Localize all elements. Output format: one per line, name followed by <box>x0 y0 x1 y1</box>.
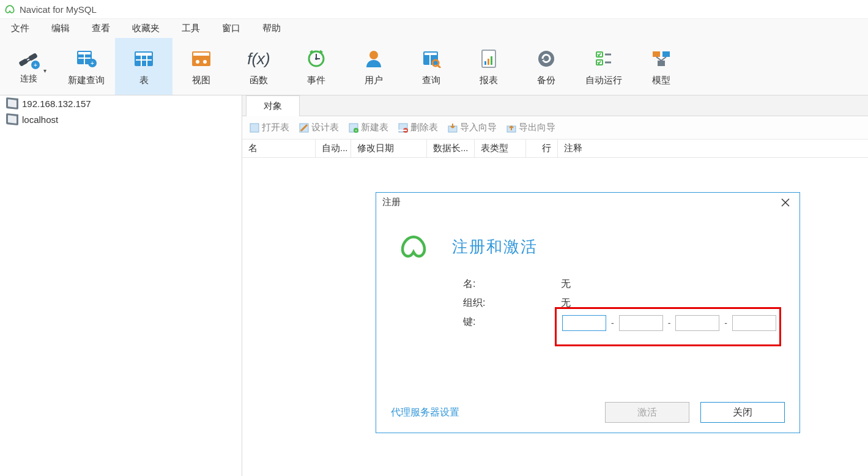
toolbar-connect-button[interactable]: + ▾ 连接 <box>0 38 57 95</box>
menu-edit[interactable]: 编辑 <box>40 19 81 38</box>
toolbar-query-button[interactable]: 查询 <box>402 38 460 95</box>
navicat-logo-icon <box>397 230 430 263</box>
svg-rect-42 <box>662 51 670 57</box>
export-wizard-button[interactable]: 导出向导 <box>503 119 559 136</box>
col-rows[interactable]: 行 <box>526 139 558 157</box>
col-auto[interactable]: 自动... <box>316 139 351 157</box>
import-wizard-button[interactable]: 导入向导 <box>444 119 500 136</box>
toolbar-autorun-button[interactable]: 自动运行 <box>575 38 632 95</box>
connection-sidebar: 192.168.132.157 localhost <box>0 95 242 476</box>
toolbar-connect-label: 连接 <box>20 73 37 84</box>
key-input-4[interactable] <box>732 315 776 331</box>
toolbar-function-button[interactable]: f(x) 函数 <box>230 38 287 95</box>
col-data-len[interactable]: 数据长... <box>427 139 475 157</box>
col-name[interactable]: 名 <box>242 139 316 157</box>
plug-icon: + <box>15 49 43 70</box>
toolbar-table-button[interactable]: 表 <box>115 38 172 95</box>
connection-label: 192.168.132.157 <box>22 99 91 109</box>
new-query-icon: + <box>74 46 98 71</box>
toolbar-report-button[interactable]: 报表 <box>460 38 517 95</box>
tabs-bar: 对象 <box>242 95 868 116</box>
dialog-title-text: 注册 <box>382 196 401 208</box>
design-table-button[interactable]: 设计表 <box>295 119 343 136</box>
title-bar: Navicat for MySQL <box>0 0 868 18</box>
key-input-2[interactable] <box>619 315 663 331</box>
toolbar-new-query-label: 新建查询 <box>68 75 105 86</box>
name-label: 名: <box>463 278 561 291</box>
close-button[interactable]: 关闭 <box>700 402 785 423</box>
svg-rect-35 <box>491 56 492 65</box>
close-icon[interactable] <box>777 197 793 208</box>
user-icon <box>365 46 383 71</box>
chevron-down-icon: ▾ <box>43 67 46 74</box>
connection-icon <box>6 113 18 125</box>
toolbar-model-button[interactable]: 模型 <box>632 38 690 95</box>
export-wizard-label: 导出向导 <box>519 122 555 133</box>
toolbar-autorun-label: 自动运行 <box>585 75 622 86</box>
dialog-titlebar: 注册 <box>376 193 799 212</box>
col-modified[interactable]: 修改日期 <box>351 139 427 157</box>
tab-objects[interactable]: 对象 <box>246 95 300 116</box>
toolbar-backup-button[interactable]: 备份 <box>517 38 575 95</box>
autorun-icon <box>594 46 614 71</box>
design-table-icon <box>299 123 309 133</box>
menu-tools[interactable]: 工具 <box>171 19 211 38</box>
toolbar-report-label: 报表 <box>480 75 498 86</box>
menu-favorites[interactable]: 收藏夹 <box>121 19 171 38</box>
menu-help[interactable]: 帮助 <box>251 19 292 38</box>
svg-line-2 <box>26 58 29 59</box>
svg-text:f(x): f(x) <box>247 50 270 68</box>
key-label: 键: <box>463 316 561 329</box>
col-table-type[interactable]: 表类型 <box>475 139 526 157</box>
key-dash: - <box>724 318 727 328</box>
design-table-label: 设计表 <box>311 122 339 133</box>
toolbar-new-query-button[interactable]: + 新建查询 <box>57 38 115 95</box>
svg-point-19 <box>196 60 199 64</box>
open-table-label: 打开表 <box>262 122 289 133</box>
toolbar-event-button[interactable]: 事件 <box>287 38 345 95</box>
clock-icon <box>306 46 326 71</box>
query-icon <box>421 46 442 71</box>
report-icon <box>480 46 498 71</box>
key-input-1[interactable] <box>562 315 606 331</box>
toolbar-function-label: 函数 <box>250 75 268 86</box>
svg-point-20 <box>203 60 207 64</box>
connection-item[interactable]: localhost <box>0 111 242 127</box>
key-dash: - <box>668 318 671 328</box>
key-input-3[interactable] <box>675 315 719 331</box>
toolbar-view-label: 视图 <box>192 75 210 86</box>
model-icon <box>651 46 672 71</box>
svg-rect-18 <box>193 53 209 56</box>
column-headers: 名 自动... 修改日期 数据长... 表类型 行 注释 <box>242 139 868 158</box>
toolbar-query-label: 查询 <box>422 75 440 86</box>
view-icon <box>190 46 212 71</box>
toolbar-event-label: 事件 <box>307 75 325 86</box>
menu-file[interactable]: 文件 <box>0 19 40 38</box>
delete-table-label: 删除表 <box>410 122 438 133</box>
dialog-footer: 代理服务器设置 激活 关闭 <box>376 402 799 423</box>
object-toolbar: 打开表 设计表 + 新建表 删除表 导入向导 导出向导 <box>242 116 868 139</box>
new-table-icon: + <box>349 123 358 133</box>
toolbar-view-button[interactable]: 视图 <box>172 38 230 95</box>
dialog-body: 注册和激活 名: 无 组织: 无 键: - - - <box>376 212 799 331</box>
main-toolbar: + ▾ 连接 + 新建查询 表 <box>0 38 868 95</box>
proxy-settings-link[interactable]: 代理服务器设置 <box>391 406 459 419</box>
menu-view[interactable]: 查看 <box>81 19 121 38</box>
delete-table-button[interactable]: 删除表 <box>395 119 442 136</box>
activate-button[interactable]: 激活 <box>605 402 689 423</box>
new-table-button[interactable]: + 新建表 <box>345 119 392 136</box>
app-title: Navicat for MySQL <box>20 4 97 15</box>
open-table-icon <box>250 123 259 133</box>
connection-item[interactable]: 192.168.132.157 <box>0 95 242 111</box>
backup-icon <box>536 46 556 71</box>
open-table-button[interactable]: 打开表 <box>246 119 293 136</box>
menu-window[interactable]: 窗口 <box>211 19 251 38</box>
svg-line-31 <box>438 65 440 68</box>
toolbar-user-button[interactable]: 用户 <box>345 38 402 95</box>
toolbar-backup-label: 备份 <box>537 75 555 86</box>
register-dialog: 注册 注册和激活 名: 无 组织: 无 键: - <box>376 192 800 433</box>
col-comment[interactable]: 注释 <box>558 139 868 157</box>
toolbar-model-label: 模型 <box>652 75 670 86</box>
table-icon <box>133 46 155 71</box>
svg-point-26 <box>369 51 378 59</box>
